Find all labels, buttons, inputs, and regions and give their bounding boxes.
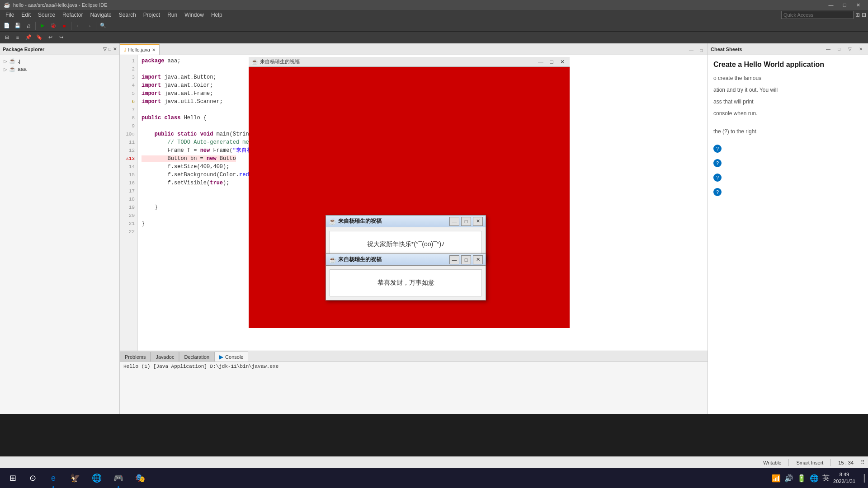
dialog2-minimize[interactable]: — bbox=[449, 255, 459, 264]
network-icon[interactable]: 🌐 bbox=[810, 474, 819, 483]
pe-item-aaa[interactable]: ▷ ☕ aaa bbox=[0, 65, 119, 73]
tab-console-label: Console bbox=[225, 354, 243, 360]
taskbar-app2[interactable]: 🌐 bbox=[87, 468, 107, 488]
taskbar-app4[interactable]: 🎭 bbox=[130, 468, 150, 488]
console-content[interactable]: Hello (1) [Java Application] D:\jdk-11\b… bbox=[120, 362, 708, 414]
pe-close-btn[interactable]: ✕ bbox=[113, 47, 117, 52]
tb2-btn4[interactable]: 🔖 bbox=[34, 33, 44, 42]
minimize-editor-btn[interactable]: — bbox=[687, 46, 696, 55]
taskbar-edge[interactable]: e bbox=[43, 468, 63, 488]
save-button[interactable]: 💾 bbox=[13, 21, 23, 31]
search-button[interactable]: 🔍 bbox=[98, 21, 108, 31]
help-icon-1[interactable]: ? bbox=[713, 145, 722, 153]
cs-title: Cheat Sheets bbox=[711, 47, 742, 52]
clock[interactable]: 8:49 2022/1/31 bbox=[833, 471, 855, 485]
package-explorer: Package Explorer ▽ □ ✕ ▷ ☕ .j ▷ ☕ aaa bbox=[0, 43, 120, 414]
new-button[interactable]: 📄 bbox=[2, 21, 12, 31]
menu-refactor[interactable]: Refactor bbox=[59, 11, 86, 19]
wifi-icon[interactable]: 📶 bbox=[772, 474, 781, 483]
tb2-btn3[interactable]: 📌 bbox=[24, 33, 33, 42]
debug-button[interactable]: 🐞 bbox=[48, 21, 58, 31]
minimize-button[interactable]: — bbox=[825, 1, 837, 9]
tab-declaration[interactable]: Declaration bbox=[179, 352, 214, 361]
taskbar-app1[interactable]: 🦅 bbox=[65, 468, 85, 488]
menu-navigate[interactable]: Navigate bbox=[86, 11, 115, 19]
dialog1-minimize[interactable]: — bbox=[449, 217, 459, 226]
taskbar-app3[interactable]: 🎮 bbox=[108, 468, 128, 488]
menu-search[interactable]: Search bbox=[115, 11, 140, 19]
menu-file[interactable]: File bbox=[2, 11, 18, 19]
app-window-icon: ☕ bbox=[251, 59, 258, 65]
help-icon-3[interactable]: ? bbox=[713, 174, 722, 182]
dialog2-close[interactable]: ✕ bbox=[473, 255, 483, 264]
taskbar-right: 📶 🔊 🔋 🌐 英 8:49 2022/1/31 ▕ bbox=[772, 471, 864, 485]
app-window-maximize[interactable]: □ bbox=[547, 58, 556, 66]
cs-para4: console when run. bbox=[713, 109, 863, 117]
app-window-close[interactable]: ✕ bbox=[558, 58, 567, 66]
lang-icon[interactable]: 英 bbox=[822, 474, 830, 483]
cs-header: Cheat Sheets — □ ▽ ✕ bbox=[708, 43, 868, 55]
clock-time: 8:49 bbox=[833, 471, 855, 478]
speaker-icon[interactable]: 🔊 bbox=[784, 474, 793, 483]
menu-window[interactable]: Window bbox=[181, 11, 208, 19]
help-icon-4[interactable]: ? bbox=[713, 188, 722, 196]
main-layout: Package Explorer ▽ □ ✕ ▷ ☕ .j ▷ ☕ aaa J … bbox=[0, 43, 868, 414]
cs-close-btn[interactable]: ✕ bbox=[856, 45, 865, 54]
perspective-icon: ⊟ bbox=[862, 12, 866, 18]
forward-button[interactable]: → bbox=[84, 21, 94, 31]
tab-close-btn[interactable]: ✕ bbox=[152, 47, 156, 52]
ln-10: 10⊖ bbox=[120, 130, 137, 138]
tb2-btn5[interactable]: ↩ bbox=[45, 33, 55, 42]
tb2-btn6[interactable]: ↪ bbox=[56, 33, 66, 42]
pe-maximize-btn[interactable]: □ bbox=[108, 47, 111, 52]
tab-label: Hello.java bbox=[128, 47, 150, 52]
dialog2-maximize[interactable]: □ bbox=[461, 255, 471, 264]
java-app-window[interactable]: ☕ 来自杨瑞生的祝福 — □ ✕ ☕ 来自杨瑞生的祝福 — □ ✕ 祝大家新年快… bbox=[249, 57, 570, 328]
ln-7: 7 bbox=[120, 106, 137, 114]
pe-item-j[interactable]: ▷ ☕ .j bbox=[0, 57, 119, 65]
ln-1: 1 bbox=[120, 57, 137, 65]
dialog1-maximize[interactable]: □ bbox=[461, 217, 471, 226]
app-icon: ☕ bbox=[4, 2, 10, 8]
ln-22: 22 bbox=[120, 228, 137, 236]
quick-access-input[interactable] bbox=[781, 11, 854, 19]
ln-13: ⚠13 bbox=[120, 155, 137, 163]
tb2-btn2[interactable]: ≡ bbox=[13, 33, 23, 42]
stop-button[interactable]: ■ bbox=[59, 21, 69, 31]
menu-source[interactable]: Source bbox=[34, 11, 59, 19]
editor-tab-hello[interactable]: J Hello.java ✕ bbox=[120, 44, 160, 55]
start-button[interactable]: ⊞ bbox=[4, 469, 22, 487]
menu-edit[interactable]: Edit bbox=[18, 11, 34, 19]
dialog1-close[interactable]: ✕ bbox=[473, 217, 483, 226]
close-button[interactable]: ✕ bbox=[852, 1, 864, 9]
dialog2-titlebar: ☕ 来自杨瑞生的祝福 — □ ✕ bbox=[326, 254, 486, 266]
back-button[interactable]: ← bbox=[73, 21, 83, 31]
tab-javadoc[interactable]: Javadoc bbox=[151, 352, 179, 361]
app-window-minimize[interactable]: — bbox=[536, 58, 545, 66]
maximize-button[interactable]: □ bbox=[838, 1, 851, 9]
menu-help[interactable]: Help bbox=[208, 11, 226, 19]
help-icon-2[interactable]: ? bbox=[713, 159, 722, 167]
tab-problems[interactable]: Problems bbox=[120, 352, 151, 361]
tab-javadoc-label: Javadoc bbox=[156, 354, 174, 360]
console-output: Hello (1) [Java Application] D:\jdk-11\b… bbox=[123, 364, 278, 369]
taskbar: ⊞ ⊙ e 🦅 🌐 🎮 🎭 📶 🔊 🔋 🌐 英 8:49 2022/1/31 ▕ bbox=[0, 468, 868, 488]
search-taskbar-btn[interactable]: ⊙ bbox=[24, 469, 42, 487]
ln-14: 14 bbox=[120, 163, 137, 171]
ln-3: 3 bbox=[120, 73, 137, 81]
cs-minimize-btn[interactable]: — bbox=[824, 45, 833, 54]
pe-minimize-btn[interactable]: ▽ bbox=[103, 47, 107, 52]
print-button[interactable]: 🖨 bbox=[24, 21, 33, 31]
cs-view-menu-btn[interactable]: ▽ bbox=[845, 45, 854, 54]
tb2-btn1[interactable]: ⊞ bbox=[2, 33, 12, 42]
tab-console[interactable]: ▶ Console bbox=[214, 352, 248, 361]
menu-run[interactable]: Run bbox=[164, 11, 181, 19]
menu-project[interactable]: Project bbox=[140, 11, 164, 19]
cs-maximize-btn[interactable]: □ bbox=[835, 45, 844, 54]
show-desktop[interactable]: ▕ bbox=[859, 474, 864, 483]
run-button[interactable]: ▶ bbox=[38, 21, 47, 31]
tab-declaration-label: Declaration bbox=[184, 354, 209, 360]
maximize-editor-btn[interactable]: □ bbox=[697, 46, 706, 55]
ln-19: 19 bbox=[120, 203, 137, 211]
ln-18: 18 bbox=[120, 195, 137, 203]
